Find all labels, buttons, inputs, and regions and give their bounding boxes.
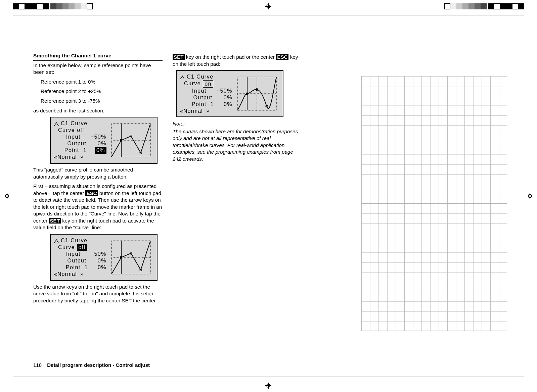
note-body: The curves shown here are for demonstrat…: [173, 128, 302, 163]
col2-lead: SET key on the right touch pad or the ce…: [173, 54, 302, 67]
set-key-label: SET: [173, 54, 185, 60]
column-1: Smoothing the Channel 1 curve In the exa…: [33, 52, 163, 341]
registration-mark-right: [527, 193, 533, 199]
set-key-label: SET: [49, 218, 61, 224]
lcd-screenshot-a: C1 Curve Curve off Input−50% Output0% Po…: [50, 117, 158, 164]
page-number: 118: [33, 362, 42, 368]
lcd-title: C1 Curve: [61, 120, 88, 126]
arrow-use-text: Use the arrow keys on the right touch pa…: [33, 284, 163, 304]
note-heading: Note:: [173, 120, 302, 128]
chevron-right-icon: »: [206, 108, 210, 114]
curve-graph-a: [109, 121, 153, 160]
footer-title: Detail program description - Control adj…: [47, 362, 150, 368]
registration-mark-top: [265, 3, 271, 9]
refpoint-2: Reference point 2 to +25%: [41, 88, 163, 95]
refpoint-1: Reference point 1 to 0%: [41, 79, 163, 86]
selected-value: 0%: [95, 147, 106, 154]
selected-value: off: [77, 244, 87, 251]
chevron-left-icon: «: [180, 108, 183, 114]
selected-value: on: [203, 80, 213, 88]
esc-key-label: ESC: [85, 190, 98, 196]
lcd-screenshot-c: C1 Curve Curve on Input−50% Output0% Poi…: [176, 70, 283, 117]
refpoint-3: Reference point 3 to -75%: [41, 98, 163, 105]
section-heading: Smoothing the Channel 1 curve: [33, 52, 163, 61]
lcd-screenshot-b: C1 Curve Curve off Input−50% Output0% Po…: [50, 234, 158, 281]
model-icon: [54, 121, 59, 126]
chevron-left-icon: «: [54, 271, 57, 277]
page-frame: Smoothing the Channel 1 curve In the exa…: [13, 15, 524, 377]
chevron-right-icon: »: [80, 154, 84, 160]
page-footer: 118 Detail program description - Control…: [33, 362, 150, 368]
intro-text: In the example below, sample reference p…: [33, 62, 163, 76]
model-icon: [180, 75, 185, 79]
svg-rect-18: [246, 93, 248, 95]
esc-key-label: ESC: [276, 54, 288, 60]
curve-graph-c: [235, 75, 279, 113]
registration-bar-left: [13, 3, 93, 9]
svg-rect-11: [120, 256, 122, 258]
jagged-text: This "jagged" curve profile can be smoot…: [33, 166, 163, 180]
model-icon: [54, 238, 59, 243]
registration-bar-right: [444, 3, 524, 9]
chevron-right-icon: »: [80, 271, 84, 277]
registration-mark-bottom: [265, 383, 271, 389]
svg-rect-4: [120, 139, 122, 141]
intro-tail: as described in the last section.: [33, 107, 163, 114]
curve-graph-b: [109, 239, 153, 277]
column-2: SET key on the right touch pad or the ce…: [173, 52, 302, 341]
notes-grid: [361, 76, 507, 331]
steps-text: First – assuming a situation is configur…: [33, 183, 163, 231]
registration-mark-left: [4, 193, 10, 199]
chevron-left-icon: «: [54, 154, 57, 160]
